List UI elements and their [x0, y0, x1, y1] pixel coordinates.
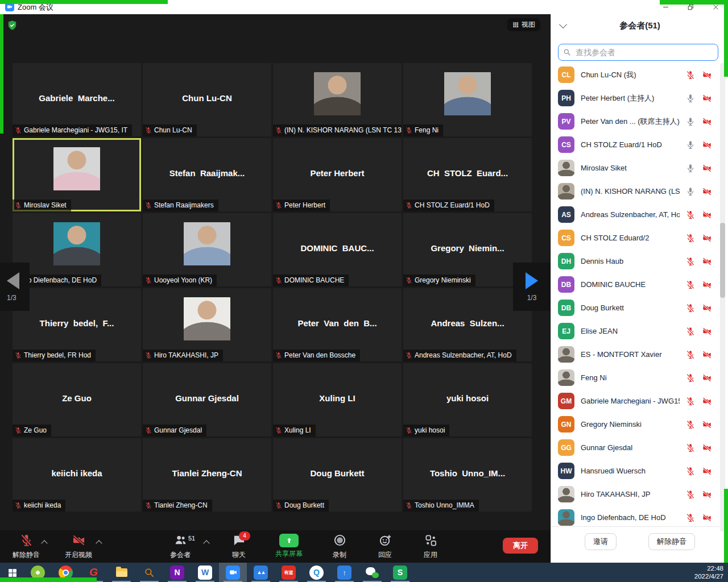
panel-scrollbar-thumb[interactable]: [720, 223, 725, 298]
video-tile[interactable]: Gunnar GjesdalGunnar Gjesdal: [143, 363, 271, 436]
participant-search-box[interactable]: [558, 44, 718, 61]
video-tile[interactable]: Uooyeol Yoon (KR): [143, 213, 271, 286]
video-tile[interactable]: go Diefenbach, DE HoD: [13, 213, 141, 286]
video-options-chevron-icon[interactable]: [96, 540, 102, 546]
participant-row[interactable]: ASAndreas Sulzenbacher, AT, HoD: [551, 203, 728, 226]
taskbar-app-search-tool[interactable]: [135, 563, 163, 582]
taskbar-app-youdao[interactable]: 有道: [275, 563, 303, 582]
participant-row[interactable]: GMGabriele Marchegiani - JWG15,...: [551, 389, 728, 413]
muted-mic-icon: [406, 127, 412, 134]
taskbar-app-wechat[interactable]: [358, 563, 386, 582]
unmute-all-button[interactable]: 解除静音: [648, 533, 695, 550]
taskbar-clock[interactable]: 22:48 2022/4/27: [694, 564, 723, 580]
video-tile[interactable]: Xuling LIXuling LI: [273, 363, 402, 436]
participant-row[interactable]: ES - MONTFORT Xavier: [551, 343, 728, 366]
video-tile[interactable]: yuki hosoiyuki hosoi: [403, 363, 532, 436]
video-tile[interactable]: Chun Lu-CNChun Lu-CN: [143, 63, 271, 136]
participant-video-avatar: [444, 72, 491, 115]
video-tile[interactable]: Tianlei Zheng-CNTianlei Zheng-CN: [143, 438, 271, 512]
video-tile[interactable]: DOMINIC BAUC...DOMINIC BAUCHE: [273, 213, 402, 286]
video-tile-label: Doug Burkett: [273, 500, 329, 512]
muted-mic-icon: [686, 280, 695, 289]
participant-row[interactable]: PVPeter Van den ... (联席主持人): [551, 110, 728, 133]
leave-meeting-button[interactable]: 离开: [503, 538, 538, 554]
video-tile[interactable]: Toshio Unno_IM...Toshio Unno_IMMA: [403, 438, 532, 512]
participant-name: Miroslav Siket: [581, 164, 680, 172]
taskbar-app-qq-browser[interactable]: Q: [303, 563, 330, 582]
muted-mic-icon: [275, 352, 282, 359]
mountain-app-icon: ▲▲: [254, 566, 268, 580]
apps-button[interactable]: 应用: [407, 534, 454, 560]
participant-row[interactable]: Ingo Diefenbach, DE HoD: [551, 506, 728, 529]
video-tile[interactable]: Gabriele Marche...Gabriele Marchegiani -…: [13, 63, 141, 136]
video-tile[interactable]: CH STOLZ Euard...CH STOLZ Euard/1 HoD: [403, 138, 532, 211]
previous-page-arrow-icon[interactable]: [7, 272, 19, 289]
video-tile[interactable]: Feng Ni: [403, 63, 532, 136]
participant-row[interactable]: CSCH STOLZ Eduard/2: [551, 226, 728, 250]
unmute-button[interactable]: 解除静音: [2, 534, 50, 560]
video-tile[interactable]: Ze GuoZe Guo: [13, 363, 141, 436]
video-grid: Gabriele Marche...Gabriele Marchegiani -…: [13, 63, 532, 512]
taskbar-app-nut-cloud[interactable]: ↑: [330, 563, 358, 582]
participant-row[interactable]: GGGunnar Gjesdal: [551, 436, 728, 459]
chat-button[interactable]: 4 聊天: [215, 534, 263, 560]
participant-row[interactable]: EJElise JEAN: [551, 319, 728, 343]
next-page-arrow-icon[interactable]: [526, 272, 538, 289]
video-tile[interactable]: Peter HerbertPeter Herbert: [273, 138, 402, 211]
participant-row[interactable]: CLChun Lu-CN (我): [551, 63, 728, 86]
taskbar-app-sunlogin[interactable]: S: [386, 563, 414, 582]
mic-icon: [686, 164, 695, 173]
record-button[interactable]: 录制: [316, 534, 363, 560]
video-tile[interactable]: Peter Van den B...Peter Van den Bossche: [273, 288, 402, 361]
video-tile-active-speaker[interactable]: Miroslav Siket: [13, 138, 141, 211]
reactions-button[interactable]: 回应: [361, 534, 409, 560]
video-tile[interactable]: (IN) N. KISHOR NARANG (LSN TC 13): [273, 63, 402, 136]
participant-row[interactable]: DHDennis Haub: [551, 250, 728, 273]
taskbar-app-mountain[interactable]: ▲▲: [247, 563, 275, 582]
camera-off-icon: [702, 420, 712, 429]
participant-row[interactable]: Feng Ni: [551, 366, 728, 389]
participant-row[interactable]: DBDOMINIC BAUCHE: [551, 273, 728, 296]
participants-button[interactable]: 51 参会者: [156, 534, 204, 560]
participant-name: Gunnar Gjesdal: [581, 443, 680, 452]
video-tile-label: Chun Lu-CN: [143, 124, 197, 136]
view-button[interactable]: 视图: [507, 18, 540, 31]
invite-button[interactable]: 邀请: [585, 533, 617, 550]
video-tile-label: Gunnar Gjesdal: [143, 425, 206, 436]
participant-row[interactable]: CSCH STOLZ Euard/1 HoD: [551, 133, 728, 156]
muted-mic-icon: [275, 427, 282, 434]
video-tile[interactable]: Thierry bedel, F...Thierry bedel, FR Hod: [13, 288, 141, 361]
mic-icon: [686, 117, 695, 126]
taskbar-app-wps-writer[interactable]: W: [191, 563, 219, 582]
avatar: DB: [558, 300, 574, 316]
taskbar-app-onenote[interactable]: N: [163, 563, 191, 582]
video-tile-label: Peter Van den Bossche: [273, 350, 360, 361]
participant-row[interactable]: GNGregory Nieminski: [551, 413, 728, 436]
share-screen-button[interactable]: 共享屏幕: [265, 534, 313, 559]
participant-video-avatar: [53, 222, 100, 265]
participant-row[interactable]: Hiro TAKAHASHI, JP: [551, 483, 728, 506]
start-video-button[interactable]: 开启视频: [55, 534, 102, 560]
video-tile[interactable]: Doug BurkettDoug Burkett: [273, 438, 402, 512]
participant-row[interactable]: HWHansruedi Wuersch: [551, 459, 728, 483]
participants-header: 参会者(51): [551, 14, 728, 38]
participant-row[interactable]: DBDoug Burkett: [551, 296, 728, 319]
participant-row[interactable]: Miroslav Siket: [551, 156, 728, 180]
participant-row[interactable]: PHPeter Herbert (主持人): [551, 86, 728, 110]
security-shield-icon[interactable]: [7, 19, 18, 31]
mic-options-chevron-icon[interactable]: [41, 540, 47, 546]
search-input[interactable]: [574, 47, 713, 57]
taskbar-app-zoom[interactable]: [219, 563, 247, 582]
video-tile[interactable]: Stefan Raaijmak...Stefan Raaijmakers: [143, 138, 271, 211]
participants-options-chevron-icon[interactable]: [203, 540, 209, 546]
video-tile[interactable]: Hiro TAKAHASHI, JP: [143, 288, 271, 361]
camera-off-icon: [702, 327, 712, 336]
video-tile[interactable]: keiichi ikedakeiichi ikeda: [13, 438, 141, 512]
taskbar-app-file-explorer[interactable]: [107, 563, 135, 582]
participant-row[interactable]: (IN) N. KISHOR NARANG (LSN ...: [551, 180, 728, 203]
mic-icon: [686, 140, 695, 149]
avatar: CS: [558, 230, 574, 246]
muted-mic-icon: [686, 234, 695, 243]
participant-name: Gregory Nieminski: [581, 420, 680, 429]
participant-name: Chun Lu-CN (我): [581, 70, 680, 80]
